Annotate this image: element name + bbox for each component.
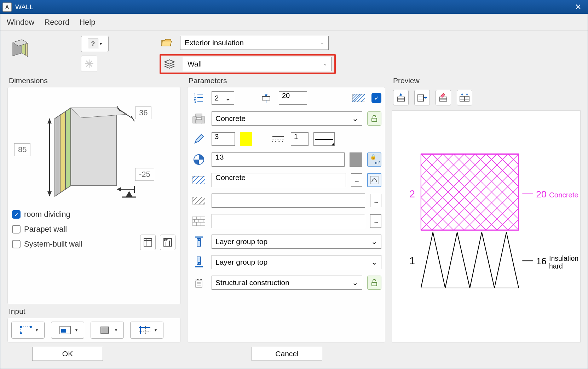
surface-color-swatch[interactable] <box>350 152 362 167</box>
parameters-section: Parameters 123 2 ⌄ <box>187 76 385 342</box>
input-mode-2[interactable]: ▾ <box>51 322 84 339</box>
svg-marker-118 <box>466 94 468 96</box>
pen-color-swatch[interactable] <box>240 132 252 146</box>
bottom-group-dropdown[interactable]: Layer group top ⌄ <box>212 255 381 269</box>
material-row: Concrete ⌄ <box>191 111 381 126</box>
pattern-browse-button[interactable]: ... <box>370 194 381 207</box>
room-dividing-check[interactable]: ✓ room dividing <box>12 210 82 219</box>
material-lock-button[interactable] <box>367 111 381 126</box>
input-title: Input <box>7 307 181 316</box>
chevron-down-icon: ⌄ <box>371 258 377 266</box>
layer-dropdown[interactable]: Wall ⌄ <box>183 57 332 71</box>
layer-dropdown-label: Wall <box>188 60 202 68</box>
svg-marker-116 <box>461 93 463 95</box>
svg-rect-52 <box>196 114 202 117</box>
linetype-field[interactable]: 1 <box>291 132 309 146</box>
preview-tool-4[interactable] <box>457 90 472 105</box>
width-field[interactable]: 36 <box>135 106 151 119</box>
offset-field[interactable]: -25 <box>135 168 154 181</box>
preview-layer2-num: 2 <box>409 188 415 200</box>
input-mode-4[interactable]: ▾ <box>130 322 163 339</box>
svg-rect-109 <box>460 96 464 101</box>
menu-window[interactable]: Window <box>7 18 34 27</box>
preview-tool-2[interactable] <box>414 90 430 105</box>
preview-tool-3[interactable] <box>436 90 451 105</box>
pattern-icon <box>191 194 207 208</box>
chevron-down-icon: ▾ <box>100 41 102 46</box>
hatch-preview-icon[interactable] <box>351 91 367 105</box>
trade-lock-button[interactable] <box>367 276 381 290</box>
hatching-row: Concrete ... <box>191 173 381 187</box>
chevron-down-icon: ⌄ <box>352 114 358 123</box>
layer-number-dropdown[interactable]: 2 ⌄ <box>212 91 234 105</box>
layer-number-value: 2 <box>215 94 219 102</box>
preview-layer1-thickness: 16 <box>536 256 547 266</box>
svg-marker-10 <box>47 119 52 123</box>
preview-layer2-thickness: 20 <box>536 189 547 200</box>
chevron-down-icon: ⌄ <box>225 94 231 102</box>
material-dropdown[interactable]: Concrete ⌄ <box>212 111 362 126</box>
svg-marker-105 <box>424 96 426 99</box>
menu-record[interactable]: Record <box>44 18 69 27</box>
hatching-browse-button[interactable]: ... <box>351 173 362 187</box>
parameters-title: Parameters <box>187 76 385 85</box>
input-buttons: ▾ ▾ ▾ ▾ <box>11 322 177 339</box>
system-wall-label: System-built wall <box>24 240 82 249</box>
hatching-field[interactable]: Concrete <box>212 173 346 187</box>
favorites-dropdown[interactable]: ? ▾ <box>81 36 109 52</box>
area-lock-button[interactable]: m² <box>367 152 381 167</box>
close-button[interactable]: ✕ <box>571 2 586 12</box>
folder-dropdown[interactable]: Exterior insulation ⌄ <box>180 36 329 50</box>
chevron-down-icon: ▾ <box>36 328 38 333</box>
svg-rect-90 <box>196 281 202 287</box>
hatching-auto-button[interactable] <box>367 173 381 187</box>
preview-layer1-num: 1 <box>409 255 415 266</box>
freeze-button[interactable] <box>81 56 97 72</box>
trade-label: Structural construction <box>215 278 289 287</box>
wall-element-icon <box>7 36 31 60</box>
fill-icon <box>191 214 207 228</box>
linetype-preview[interactable] <box>313 132 335 146</box>
outline-mode-icon[interactable] <box>140 235 156 250</box>
bottom-buttons: OK Cancel <box>7 342 581 365</box>
thickness-icon <box>258 91 274 105</box>
thickness-field[interactable]: 20 <box>279 91 307 105</box>
chevron-down-icon: ⌄ <box>323 62 327 67</box>
checkbox-checked-icon: ✓ <box>12 210 21 219</box>
svg-rect-29 <box>61 329 66 333</box>
linetype-icon <box>270 132 286 146</box>
trade-dropdown[interactable]: Structural construction ⌄ <box>212 276 362 290</box>
bottom-group-row: Layer group top ⌄ <box>191 255 381 269</box>
svg-rect-56 <box>372 118 377 122</box>
top-group-label: Layer group top <box>215 237 267 246</box>
cancel-button[interactable]: Cancel <box>252 347 322 361</box>
parapet-wall-check[interactable]: Parapet wall <box>12 225 82 234</box>
preview-canvas: 2 20 Concrete 1 16 Insulation hard <box>392 110 581 342</box>
trade-row: Structural construction ⌄ <box>191 276 381 290</box>
surface-row: 13 m² <box>191 152 381 167</box>
layer-visible-toggle[interactable]: ✓ <box>371 93 381 103</box>
menu-help[interactable]: Help <box>79 18 95 27</box>
top-row: ? ▾ <box>7 36 581 76</box>
ok-button[interactable]: OK <box>32 347 103 361</box>
folder-icon <box>160 36 174 49</box>
svg-marker-5 <box>65 108 71 189</box>
system-wall-check[interactable]: System-built wall <box>12 240 82 249</box>
pen-field[interactable]: 3 <box>212 132 235 146</box>
fill-browse-button[interactable]: ... <box>370 214 381 228</box>
preview-layer2-name: Concrete <box>549 191 578 199</box>
chevron-down-icon: ⌄ <box>371 237 377 246</box>
input-mode-3[interactable]: ▾ <box>91 322 124 339</box>
surface-field[interactable]: 13 <box>212 152 345 167</box>
dimensions-section: Dimensions <box>7 76 181 342</box>
height-field[interactable]: 85 <box>14 143 30 156</box>
svg-rect-61 <box>192 176 205 184</box>
preview-tool-1[interactable] <box>393 90 409 105</box>
input-mode-1[interactable]: ▾ <box>11 322 45 339</box>
pattern-field[interactable] <box>212 194 365 208</box>
heights-link-icon[interactable] <box>160 235 175 250</box>
fill-field[interactable] <box>212 214 365 228</box>
hatching-icon <box>191 173 207 187</box>
surface-icon <box>191 152 207 167</box>
top-group-dropdown[interactable]: Layer group top ⌄ <box>212 235 381 249</box>
